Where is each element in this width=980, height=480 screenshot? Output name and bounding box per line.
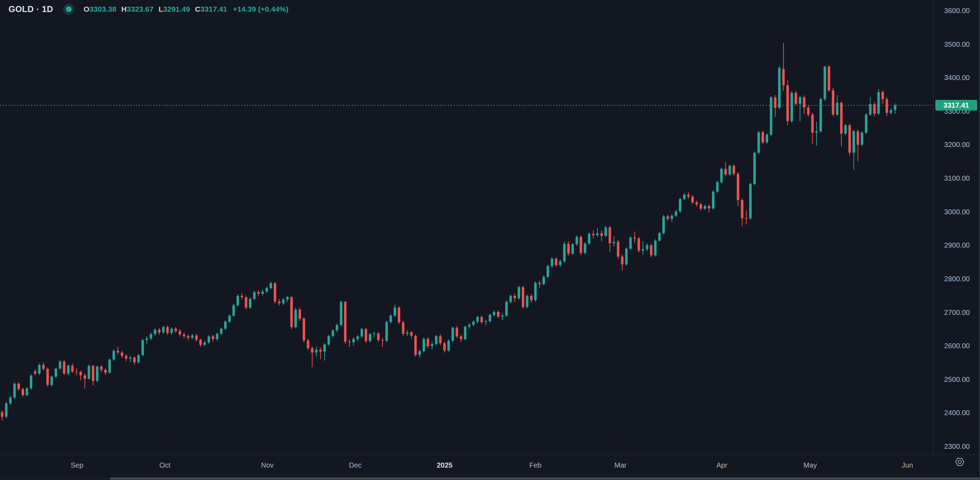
- candle: [737, 172, 739, 206]
- candle: [299, 308, 301, 321]
- candle: [112, 350, 115, 361]
- candle: [435, 335, 438, 345]
- price-tick-label: 3600.00: [934, 6, 980, 15]
- candle: [460, 334, 462, 342]
- candle: [331, 329, 334, 337]
- candle: [468, 323, 471, 329]
- candle: [683, 193, 686, 201]
- candle: [650, 244, 652, 258]
- candle: [439, 334, 441, 345]
- ohlc-open-label: O: [84, 5, 89, 13]
- candle: [410, 331, 413, 339]
- candle: [286, 296, 289, 302]
- candle: [25, 387, 28, 396]
- candle: [196, 334, 198, 342]
- ohlc-open: O3303.38: [84, 5, 116, 13]
- candle: [456, 326, 458, 338]
- ohlc-high: H3323.67: [121, 5, 154, 13]
- candle: [770, 96, 772, 136]
- candle: [150, 333, 152, 341]
- candle: [162, 326, 164, 334]
- candle: [687, 192, 690, 199]
- candle: [175, 327, 177, 333]
- candle: [447, 339, 450, 352]
- candle: [538, 281, 541, 288]
- candle: [414, 334, 417, 356]
- candle: [13, 382, 16, 399]
- candles: [1, 43, 897, 421]
- candle: [724, 162, 727, 176]
- candle: [158, 328, 161, 335]
- candle: [617, 240, 619, 259]
- price-tick-label: 2600.00: [934, 342, 980, 350]
- time-tick-label-2025: 2025: [437, 461, 453, 469]
- candle: [840, 101, 842, 146]
- settings-gear-icon[interactable]: [954, 456, 966, 467]
- candle: [96, 366, 99, 382]
- price-tick-label: 2400.00: [934, 409, 980, 417]
- symbol-title[interactable]: GOLD · 1D: [8, 4, 53, 14]
- candle: [42, 363, 45, 371]
- candle: [584, 242, 586, 254]
- candle: [563, 242, 566, 263]
- candle: [729, 164, 731, 176]
- time-axis[interactable]: SepOctNovDec2025FebMarAprMayJun: [0, 455, 980, 477]
- candle: [811, 113, 814, 144]
- candle: [154, 328, 156, 336]
- candle: [88, 364, 90, 380]
- candle: [654, 239, 657, 257]
- price-tick-label: 2500.00: [934, 375, 980, 383]
- candle: [361, 328, 363, 338]
- candle: [774, 95, 776, 117]
- candle: [667, 214, 669, 221]
- candle: [390, 314, 392, 323]
- scrollbar-thumb[interactable]: [110, 477, 980, 480]
- candle: [125, 354, 127, 361]
- candle: [741, 198, 743, 227]
- candle: [290, 296, 293, 329]
- chart-pane[interactable]: GOLD · 1D O3303.38H3323.67L3291.49C3317.…: [0, 0, 933, 455]
- candle: [597, 228, 599, 237]
- candle: [336, 324, 338, 332]
- candle: [443, 342, 446, 352]
- candle: [766, 133, 768, 144]
- candle: [612, 236, 615, 247]
- candle: [695, 201, 698, 206]
- horizontal-scrollbar: [0, 477, 980, 480]
- candle: [559, 260, 562, 267]
- candle: [253, 291, 256, 300]
- candle: [315, 347, 318, 356]
- time-tick-label-nov: Nov: [261, 461, 274, 469]
- price-axis[interactable]: 3600.003500.003400.003300.003200.003100.…: [933, 0, 980, 455]
- candle: [497, 310, 500, 318]
- candle: [245, 295, 247, 310]
- candle: [621, 255, 624, 270]
- time-tick-label-may: May: [803, 461, 817, 469]
- candlestick-chart[interactable]: [0, 0, 933, 455]
- candle: [323, 343, 326, 361]
- candle: [509, 295, 512, 303]
- candle: [398, 306, 400, 324]
- candle: [129, 356, 132, 363]
- candle: [550, 257, 553, 268]
- ohlc-high-label: H: [121, 5, 127, 13]
- candle: [691, 195, 694, 204]
- candle: [369, 333, 371, 342]
- candle: [816, 122, 818, 146]
- candle: [762, 131, 764, 144]
- price-tick-label: 3000.00: [934, 208, 980, 216]
- price-tick-label: 3500.00: [934, 40, 980, 49]
- candle: [34, 369, 37, 375]
- candle: [505, 300, 508, 317]
- candle: [249, 298, 251, 309]
- price-tick-label: 2700.00: [934, 308, 980, 317]
- candle: [700, 203, 702, 211]
- candle: [852, 130, 855, 170]
- candle: [857, 130, 859, 161]
- candle: [241, 293, 243, 300]
- status-dot-core: [66, 6, 72, 12]
- last-price-badge: 3317.41: [935, 100, 977, 111]
- candle: [704, 205, 706, 210]
- candle: [137, 354, 140, 363]
- candle: [67, 364, 70, 375]
